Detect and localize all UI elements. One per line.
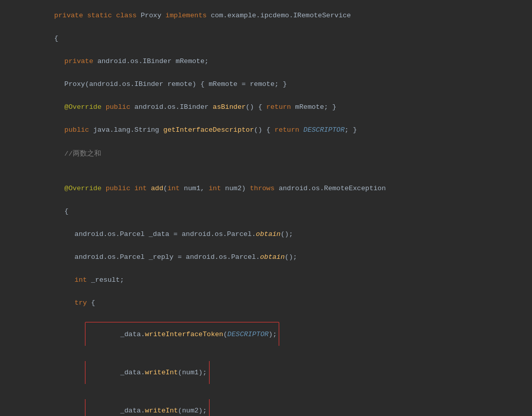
var: _result; [91, 276, 124, 284]
code-line-boxed: _data.writeInterfaceToken(DESCRIPTOR); [0, 314, 532, 353]
paren2: ) { [192, 80, 209, 88]
keyword-int: int [75, 276, 91, 284]
constructor: Proxy [65, 80, 85, 88]
code-line: try { [0, 291, 532, 314]
line-content: int _result; [24, 269, 532, 291]
semi: ; } [345, 126, 357, 134]
type: android.os.Parcel [75, 253, 149, 261]
code-line: @Override public android.os.IBinder asBi… [0, 96, 532, 118]
method-name: add [151, 185, 163, 192]
code-line: //两数之和 [0, 141, 532, 166]
param: num1, [184, 185, 209, 192]
line-content: { [24, 27, 532, 50]
brace: { [91, 299, 95, 307]
type: android.os.IBinder [134, 103, 213, 111]
paren2: ); [269, 331, 277, 338]
interface-name: com.example.ipcdemo.IRemoteService [211, 12, 350, 19]
cls2: android.os.Parcel. [186, 253, 260, 261]
annotation: @Override [65, 185, 106, 192]
keyword-throws: throws [250, 185, 279, 192]
parens: () { [254, 126, 275, 134]
keyword-private: private [54, 12, 87, 19]
code-line: private static class Proxy implements co… [0, 4, 532, 27]
param-type: android.os.IBinder [89, 80, 167, 88]
line-content: @Override public int add(int num1, int n… [24, 177, 532, 200]
line-content: { [24, 200, 532, 223]
param: num2); [182, 407, 207, 414]
type: java.lang.String [93, 126, 163, 134]
line-content: try { [24, 291, 532, 314]
line-content: @Override public android.os.IBinder asBi… [24, 96, 532, 118]
descriptor-param: DESCRIPTOR [227, 331, 269, 338]
line-content [24, 168, 532, 175]
var: _data. [120, 331, 145, 338]
line-content: private android.os.IBinder mRemote; [24, 50, 532, 73]
call: (); [285, 253, 297, 261]
keyword-int: int [134, 185, 151, 192]
keyword-int2: int [209, 185, 225, 192]
keyword-implements: implements [165, 12, 211, 19]
cls2: android.os.Parcel. [182, 230, 256, 238]
line-content: _data.writeInt(num1); [24, 353, 532, 392]
keyword-return: return [275, 126, 304, 134]
method: obtain [256, 230, 281, 238]
var: _data. [120, 369, 145, 376]
code-line: { [0, 27, 532, 50]
code-line-boxed: _data.writeInt(num1); [0, 353, 532, 392]
method: writeInt [145, 407, 178, 414]
class-name: Proxy [141, 12, 166, 19]
keyword: private [65, 57, 98, 65]
eq: = [178, 253, 186, 261]
val: remote; } [250, 80, 287, 88]
paren: ( [178, 407, 182, 414]
annotation: @Override [65, 103, 106, 111]
method: obtain [260, 253, 285, 261]
param2: num2) [225, 185, 250, 192]
method-name: getInterfaceDescriptor [163, 126, 254, 134]
code-line-boxed: _data.writeInt(num2); [0, 392, 532, 416]
paren: ( [163, 185, 167, 192]
line-content: android.os.Parcel _data = android.os.Par… [24, 223, 532, 246]
code-line: int _result; [0, 269, 532, 291]
type: android.os.IBinder [97, 57, 175, 65]
var: _data [149, 230, 173, 238]
param-name: remote [167, 80, 192, 88]
code-line: private android.os.IBinder mRemote; [0, 50, 532, 73]
param: num1); [182, 369, 207, 376]
var: mRemote; [175, 57, 209, 65]
line-content: private static class Proxy implements co… [24, 4, 532, 27]
method: writeInt [145, 369, 178, 376]
keyword-class: class [116, 12, 141, 19]
keyword: public [106, 185, 135, 192]
code-line: Proxy(android.os.IBinder remote) { mRemo… [0, 73, 532, 96]
paren: ( [223, 331, 227, 338]
line-content: _data.writeInt(num2); [24, 392, 532, 416]
code-line: { [0, 200, 532, 223]
eq: = [173, 230, 182, 238]
line-content: _data.writeInterfaceToken(DESCRIPTOR); [24, 314, 532, 353]
code-container: private static class Proxy implements co… [0, 0, 532, 416]
keyword-return: return [267, 103, 295, 111]
keyword-int: int [167, 185, 184, 192]
code-line: @Override public int add(int num1, int n… [0, 177, 532, 200]
method-name: asBinder [213, 103, 246, 111]
keyword-try: try [75, 299, 91, 307]
var: _data. [120, 407, 145, 414]
descriptor: DESCRIPTOR [304, 126, 345, 134]
comment: //两数之和 [65, 150, 101, 158]
line-content: public java.lang.String getInterfaceDesc… [24, 118, 532, 141]
eq: = [242, 80, 250, 88]
line-content: android.os.Parcel _reply = android.os.Pa… [24, 246, 532, 269]
assign: mRemote [209, 80, 242, 88]
blank-line [0, 166, 532, 177]
line-content: Proxy(android.os.IBinder remote) { mRemo… [24, 73, 532, 96]
line-content: //两数之和 [24, 141, 532, 166]
keyword: public [65, 126, 94, 134]
method: writeInterfaceToken [145, 331, 223, 338]
type: android.os.Parcel [75, 230, 149, 238]
call: (); [281, 230, 293, 238]
paren: ( [178, 369, 182, 376]
code-line: android.os.Parcel _data = android.os.Par… [0, 223, 532, 246]
keyword-static: static [87, 12, 116, 19]
keyword: public [106, 103, 135, 111]
